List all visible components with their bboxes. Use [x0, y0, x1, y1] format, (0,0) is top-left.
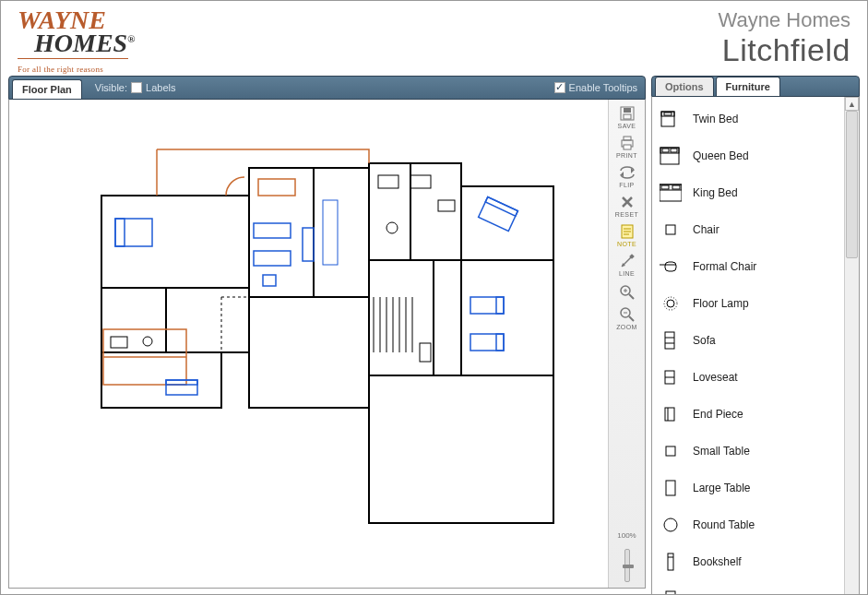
svg-rect-34: [485, 197, 517, 217]
svg-rect-44: [438, 200, 455, 211]
sidebar-body: Twin BedQueen BedKing BedChairFormal Cha…: [651, 97, 860, 595]
queen-bed-icon: [658, 145, 684, 167]
svg-rect-79: [660, 184, 682, 201]
line-button[interactable]: LINE: [612, 253, 642, 277]
scroll-up-icon[interactable]: ▲: [845, 97, 859, 111]
svg-rect-2: [369, 163, 461, 375]
svg-rect-53: [624, 145, 631, 149]
svg-rect-75: [660, 148, 679, 164]
large-desk-icon: [658, 588, 684, 595]
svg-rect-96: [666, 481, 675, 495]
svg-rect-83: [666, 225, 675, 234]
note-button[interactable]: NOTE: [612, 223, 642, 247]
svg-rect-52: [624, 137, 631, 140]
svg-rect-49: [624, 108, 631, 113]
svg-rect-26: [115, 219, 152, 246]
sidebar: Options Furniture Twin BedQueen BedKing …: [651, 76, 860, 589]
furniture-item-formal-chair[interactable]: Formal Chair: [652, 248, 844, 285]
svg-rect-77: [662, 149, 669, 152]
sidebar-scrollbar[interactable]: ▲ ▼: [844, 97, 859, 595]
furniture-item-sofa[interactable]: Sofa: [652, 322, 844, 359]
svg-rect-29: [254, 251, 291, 266]
sidebar-tabs: Options Furniture: [651, 76, 860, 97]
page-title-block: Wayne Homes Litchfield: [719, 8, 850, 68]
floor-lamp-icon: [658, 292, 684, 315]
brand-logo: WAYNE HOMES® For all the right reasons: [18, 8, 135, 74]
svg-rect-82: [672, 185, 680, 189]
tab-options[interactable]: Options: [655, 77, 714, 96]
furniture-label: Formal Chair: [693, 260, 756, 273]
visible-label: Visible:: [95, 82, 127, 93]
labels-checkbox[interactable]: [131, 82, 142, 93]
furniture-label: Loveseat: [693, 371, 738, 384]
furniture-label: Queen Bed: [693, 149, 749, 162]
formal-chair-icon: [658, 256, 684, 278]
logo-line2: HOMES: [34, 29, 127, 57]
svg-rect-47: [420, 343, 431, 362]
furniture-item-chair[interactable]: Chair: [652, 211, 844, 248]
floorplan-canvas[interactable]: [9, 100, 608, 588]
reset-button[interactable]: RESET: [612, 194, 642, 218]
print-icon: [618, 135, 636, 151]
furniture-label: End Piece: [693, 408, 743, 421]
svg-rect-32: [323, 200, 338, 265]
tab-furniture[interactable]: Furniture: [716, 77, 780, 96]
title-plan: Litchfield: [719, 32, 850, 68]
svg-point-97: [664, 518, 677, 531]
large-table-icon: [658, 477, 684, 499]
floorplan-drawing[interactable]: [46, 113, 563, 528]
svg-rect-35: [470, 297, 504, 314]
furniture-item-round-table[interactable]: Round Table: [652, 506, 844, 543]
svg-rect-100: [666, 591, 675, 595]
zoom-in-icon: [618, 284, 636, 301]
tooltips-checkbox[interactable]: [554, 82, 565, 93]
zoom-out-button[interactable]: ZOOM: [612, 306, 642, 330]
tab-floor-plan[interactable]: Floor Plan: [12, 79, 82, 99]
svg-rect-45: [111, 337, 127, 348]
logo-tagline: For all the right reasons: [18, 65, 135, 74]
svg-rect-5: [101, 352, 221, 408]
furniture-item-king-bed[interactable]: King Bed: [652, 174, 844, 211]
save-icon: [618, 105, 636, 122]
title-brand: Wayne Homes: [719, 8, 850, 32]
furniture-item-loveseat[interactable]: Loveseat: [652, 359, 844, 396]
svg-rect-1: [249, 168, 369, 408]
svg-rect-39: [166, 380, 197, 395]
scroll-thumb[interactable]: [846, 111, 858, 258]
furniture-item-floor-lamp[interactable]: Floor Lamp: [652, 285, 844, 322]
note-icon: [618, 223, 636, 240]
svg-point-43: [386, 222, 398, 233]
furniture-item-end-piece[interactable]: End Piece: [652, 396, 844, 433]
svg-rect-93: [665, 408, 674, 421]
furniture-item-small-table[interactable]: Small Table: [652, 433, 844, 470]
flip-button[interactable]: FLIP: [612, 164, 642, 188]
furniture-item-large-table[interactable]: Large Table: [652, 470, 844, 506]
svg-rect-6: [369, 375, 553, 523]
furniture-item-bookshelf[interactable]: Bookshelf: [652, 543, 844, 580]
small-table-icon: [658, 440, 684, 462]
zoom-out-icon: [618, 306, 636, 323]
zoom-slider[interactable]: [624, 549, 630, 582]
print-button[interactable]: PRINT: [612, 135, 642, 159]
loveseat-icon: [658, 366, 684, 388]
svg-rect-38: [496, 334, 504, 351]
furniture-label: Small Table: [693, 445, 750, 458]
bookshelf-icon: [658, 551, 684, 573]
header: WAYNE HOMES® For all the right reasons W…: [1, 1, 867, 75]
save-button[interactable]: SAVE: [612, 105, 642, 129]
furniture-item-large-desk[interactable]: Large Desk: [652, 580, 844, 595]
line-icon: [618, 253, 636, 269]
svg-rect-78: [671, 149, 677, 152]
furniture-item-twin-bed[interactable]: Twin Bed: [652, 101, 844, 137]
tool-strip: SAVE PRINT FLIP RESET NOTE LINE ZOOM: [608, 100, 645, 588]
furniture-label: Sofa: [693, 334, 716, 347]
svg-rect-42: [410, 175, 431, 188]
furniture-label: Chair: [693, 223, 719, 236]
zoom-in-button[interactable]: [612, 284, 642, 301]
furniture-item-queen-bed[interactable]: Queen Bed: [652, 137, 844, 174]
twin-bed-icon: [658, 108, 684, 130]
svg-rect-98: [668, 553, 673, 570]
svg-rect-3: [461, 186, 553, 260]
svg-rect-28: [254, 223, 291, 238]
svg-rect-40: [166, 380, 197, 385]
